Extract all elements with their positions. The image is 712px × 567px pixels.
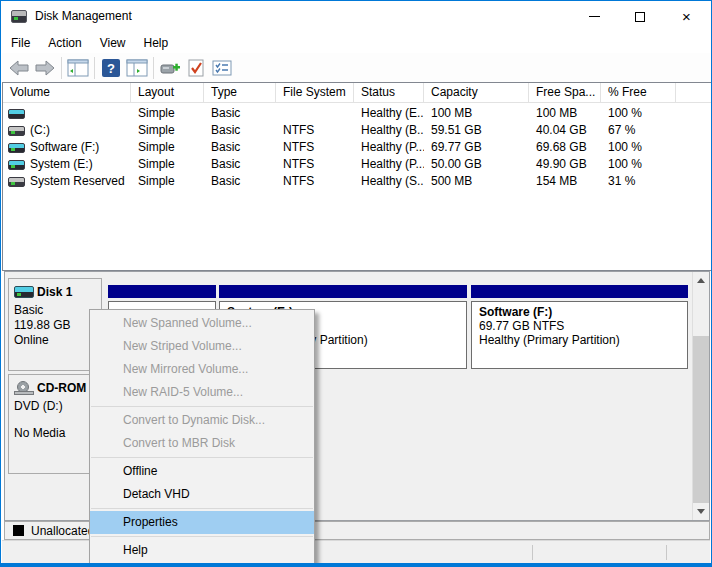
volume-list-header: Volume Layout Type File System Status Ca… [3, 83, 711, 103]
menu-separator [91, 508, 313, 509]
disk1-type: Basic [12, 303, 98, 318]
header-layout[interactable]: Layout [131, 83, 204, 103]
cdrom-label-panel[interactable]: CD-ROM 0 DVD (D:) No Media [8, 374, 102, 474]
forward-icon[interactable] [32, 56, 58, 80]
partition-color-bar [108, 285, 216, 298]
header-type[interactable]: Type [204, 83, 276, 103]
toolbar-separator [153, 57, 154, 79]
help-icon[interactable]: ? [98, 56, 124, 80]
disk1-name: Disk 1 [37, 285, 72, 299]
rescan-disks-icon[interactable] [157, 56, 183, 80]
partition-software-f[interactable]: Software (F:) 69.77 GB NTFS Healthy (Pri… [471, 272, 688, 369]
table-row[interactable]: (C:) Simple Basic NTFS Healthy (B... 59.… [3, 122, 711, 139]
statusbar-divider [532, 545, 533, 560]
check-disk-icon[interactable] [183, 56, 209, 80]
disk1-label-panel[interactable]: Disk 1 Basic 119.88 GB Online [8, 278, 102, 371]
disk-management-window: Disk Management × File Action View Help [0, 0, 712, 567]
table-row[interactable]: System Reserved Simple Basic NTFS Health… [3, 173, 711, 190]
toolbar-separator [94, 57, 95, 79]
partition-color-bar [219, 285, 467, 298]
menu-action[interactable]: Action [39, 34, 90, 52]
menu-item-new-raid5-volume: New RAID-5 Volume... [90, 381, 314, 404]
cdrom-icon [14, 381, 34, 395]
properties-list-icon[interactable] [209, 56, 235, 80]
toolbar: ? [2, 53, 710, 82]
disk-icon [14, 286, 34, 298]
header-capacity[interactable]: Capacity [424, 83, 529, 103]
menu-item-new-spanned-volume: New Spanned Volume... [90, 312, 314, 335]
volume-icon [8, 160, 25, 170]
header-free-space[interactable]: Free Spa... [529, 83, 601, 103]
toolbar-separator [61, 57, 62, 79]
volume-list: Volume Layout Type File System Status Ca… [2, 82, 712, 271]
volume-icon [8, 126, 25, 136]
close-button[interactable]: × [664, 1, 709, 32]
show-console-tree-icon[interactable] [65, 56, 91, 80]
disk1-size: 119.88 GB [12, 318, 98, 333]
legend-unallocated-label: Unallocated [31, 524, 94, 538]
menu-item-detach-vhd[interactable]: Detach VHD [90, 483, 314, 506]
volume-icon [8, 177, 25, 187]
menu-item-new-mirrored-volume: New Mirrored Volume... [90, 358, 314, 381]
title-bar: Disk Management × [1, 1, 711, 32]
statusbar-divider [666, 545, 667, 560]
menu-file[interactable]: File [2, 34, 39, 52]
table-row[interactable]: Software (F:) Simple Basic NTFS Healthy … [3, 139, 711, 156]
table-row[interactable]: System (E:) Simple Basic NTFS Healthy (P… [3, 156, 711, 173]
menu-item-convert-to-mbr-disk: Convert to MBR Disk [90, 432, 314, 455]
maximize-icon [635, 12, 645, 22]
menu-item-new-striped-volume: New Striped Volume... [90, 335, 314, 358]
menu-help[interactable]: Help [135, 34, 178, 52]
menu-item-help[interactable]: Help [90, 539, 314, 562]
scrollbar-thumb[interactable] [693, 336, 709, 503]
cdrom-name: CD-ROM 0 [37, 381, 96, 395]
maximize-button[interactable] [617, 1, 662, 32]
unallocated-swatch [13, 525, 24, 536]
header-volume[interactable]: Volume [3, 83, 131, 103]
header-file-system[interactable]: File System [276, 83, 354, 103]
cdrom-status: No Media [12, 426, 98, 441]
minimize-button[interactable] [572, 1, 617, 32]
menu-view[interactable]: View [91, 34, 135, 52]
header-filler [676, 83, 711, 103]
disk1-status: Online [12, 333, 98, 348]
header-status[interactable]: Status [354, 83, 424, 103]
volume-icon [8, 143, 25, 153]
header-pct-free[interactable]: % Free [601, 83, 676, 103]
partition-color-bar [471, 285, 688, 298]
svg-text:?: ? [107, 61, 115, 76]
menu-separator [91, 406, 313, 407]
menu-item-offline[interactable]: Offline [90, 460, 314, 483]
show-action-pane-icon[interactable] [124, 56, 150, 80]
cdrom-type: DVD (D:) [12, 399, 98, 414]
back-icon[interactable] [6, 56, 32, 80]
table-row[interactable]: Simple Basic Healthy (E... 100 MB 100 MB… [3, 105, 711, 122]
scroll-up-icon[interactable] [693, 272, 709, 289]
vertical-scrollbar[interactable] [692, 272, 709, 520]
menu-separator [91, 536, 313, 537]
menu-separator [91, 457, 313, 458]
menu-item-convert-to-dynamic-disk: Convert to Dynamic Disk... [90, 409, 314, 432]
scroll-down-icon[interactable] [693, 503, 709, 520]
minimize-icon [589, 16, 600, 17]
window-title: Disk Management [35, 9, 132, 23]
menu-item-properties[interactable]: Properties [90, 511, 314, 534]
volume-icon [8, 109, 25, 119]
menu-bar: File Action View Help [2, 32, 710, 53]
disk-drive-icon [11, 10, 27, 23]
disk-context-menu: New Spanned Volume... New Striped Volume… [89, 309, 315, 565]
